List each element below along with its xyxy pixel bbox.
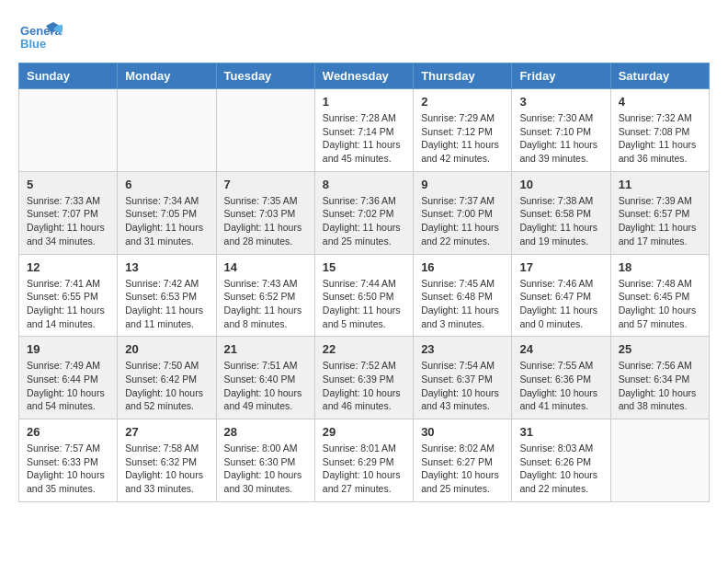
- calendar-cell: 22Sunrise: 7:52 AM Sunset: 6:39 PM Dayli…: [314, 337, 413, 419]
- day-info: Sunrise: 7:50 AM Sunset: 6:42 PM Dayligh…: [125, 359, 208, 413]
- calendar-cell: 12Sunrise: 7:41 AM Sunset: 6:55 PM Dayli…: [19, 254, 118, 337]
- calendar-cell: 14Sunrise: 7:43 AM Sunset: 6:52 PM Dayli…: [216, 254, 314, 337]
- day-info: Sunrise: 7:29 AM Sunset: 7:12 PM Dayligh…: [421, 111, 504, 166]
- col-header-thursday: Thursday: [414, 63, 512, 89]
- day-info: Sunrise: 7:49 AM Sunset: 6:44 PM Dayligh…: [27, 359, 109, 413]
- col-header-sunday: Sunday: [19, 63, 118, 89]
- day-number: 24: [519, 342, 602, 356]
- day-number: 11: [619, 178, 701, 191]
- day-number: 2: [421, 95, 504, 109]
- calendar-cell: 19Sunrise: 7:49 AM Sunset: 6:44 PM Dayli…: [19, 337, 118, 419]
- day-info: Sunrise: 7:35 AM Sunset: 7:03 PM Dayligh…: [224, 194, 307, 248]
- day-info: Sunrise: 7:34 AM Sunset: 7:05 PM Dayligh…: [125, 194, 208, 248]
- day-number: 28: [224, 425, 307, 439]
- calendar-cell: 16Sunrise: 7:45 AM Sunset: 6:48 PM Dayli…: [414, 254, 512, 337]
- calendar-cell: [610, 419, 709, 502]
- day-info: Sunrise: 7:33 AM Sunset: 7:07 PM Dayligh…: [27, 194, 109, 248]
- day-number: 13: [125, 260, 208, 274]
- day-info: Sunrise: 7:57 AM Sunset: 6:33 PM Dayligh…: [27, 442, 109, 496]
- calendar-cell: 8Sunrise: 7:36 AM Sunset: 7:02 PM Daylig…: [314, 171, 413, 254]
- day-info: Sunrise: 7:54 AM Sunset: 6:37 PM Dayligh…: [421, 359, 504, 413]
- day-number: 26: [27, 425, 109, 439]
- col-header-tuesday: Tuesday: [216, 63, 314, 89]
- calendar-cell: 18Sunrise: 7:48 AM Sunset: 6:45 PM Dayli…: [610, 254, 709, 337]
- calendar-cell: 1Sunrise: 7:28 AM Sunset: 7:14 PM Daylig…: [314, 89, 413, 172]
- day-info: Sunrise: 7:52 AM Sunset: 6:39 PM Dayligh…: [323, 359, 405, 413]
- day-number: 3: [519, 95, 602, 109]
- day-info: Sunrise: 7:45 AM Sunset: 6:48 PM Dayligh…: [421, 277, 504, 331]
- day-number: 30: [421, 425, 504, 439]
- day-info: Sunrise: 7:30 AM Sunset: 7:10 PM Dayligh…: [519, 111, 602, 166]
- calendar-cell: 31Sunrise: 8:03 AM Sunset: 6:26 PM Dayli…: [512, 419, 610, 502]
- col-header-friday: Friday: [512, 63, 610, 89]
- day-number: 4: [619, 95, 701, 109]
- calendar-week-row: 19Sunrise: 7:49 AM Sunset: 6:44 PM Dayli…: [19, 337, 710, 419]
- day-number: 31: [519, 425, 602, 439]
- day-number: 29: [323, 425, 405, 439]
- calendar-week-row: 5Sunrise: 7:33 AM Sunset: 7:07 PM Daylig…: [19, 171, 710, 254]
- calendar-cell: 29Sunrise: 8:01 AM Sunset: 6:29 PM Dayli…: [314, 419, 413, 502]
- day-number: 21: [224, 342, 307, 356]
- logo: General Blue: [18, 18, 63, 53]
- calendar-cell: 30Sunrise: 8:02 AM Sunset: 6:27 PM Dayli…: [414, 419, 512, 502]
- calendar-cell: 4Sunrise: 7:32 AM Sunset: 7:08 PM Daylig…: [610, 89, 709, 172]
- day-info: Sunrise: 7:43 AM Sunset: 6:52 PM Dayligh…: [224, 277, 307, 331]
- calendar-header-row: SundayMondayTuesdayWednesdayThursdayFrid…: [19, 63, 710, 89]
- logo-icon: General Blue: [18, 18, 63, 53]
- day-number: 17: [519, 260, 602, 274]
- page-header: General Blue: [18, 18, 710, 53]
- calendar-cell: 2Sunrise: 7:29 AM Sunset: 7:12 PM Daylig…: [414, 89, 512, 172]
- day-info: Sunrise: 8:01 AM Sunset: 6:29 PM Dayligh…: [323, 442, 405, 496]
- calendar-cell: 11Sunrise: 7:39 AM Sunset: 6:57 PM Dayli…: [610, 171, 709, 254]
- calendar-cell: 13Sunrise: 7:42 AM Sunset: 6:53 PM Dayli…: [118, 254, 216, 337]
- calendar-cell: 21Sunrise: 7:51 AM Sunset: 6:40 PM Dayli…: [216, 337, 314, 419]
- day-info: Sunrise: 7:48 AM Sunset: 6:45 PM Dayligh…: [619, 277, 701, 331]
- day-info: Sunrise: 7:41 AM Sunset: 6:55 PM Dayligh…: [27, 277, 109, 331]
- svg-text:Blue: Blue: [20, 37, 46, 51]
- calendar-cell: 15Sunrise: 7:44 AM Sunset: 6:50 PM Dayli…: [314, 254, 413, 337]
- day-info: Sunrise: 7:58 AM Sunset: 6:32 PM Dayligh…: [125, 442, 208, 496]
- day-number: 22: [323, 342, 405, 356]
- calendar-week-row: 1Sunrise: 7:28 AM Sunset: 7:14 PM Daylig…: [19, 89, 710, 172]
- calendar-cell: 7Sunrise: 7:35 AM Sunset: 7:03 PM Daylig…: [216, 171, 314, 254]
- calendar-cell: 5Sunrise: 7:33 AM Sunset: 7:07 PM Daylig…: [19, 171, 118, 254]
- day-number: 1: [323, 95, 405, 109]
- col-header-monday: Monday: [118, 63, 216, 89]
- day-info: Sunrise: 7:44 AM Sunset: 6:50 PM Dayligh…: [323, 277, 405, 331]
- day-number: 27: [125, 425, 208, 439]
- calendar-week-row: 26Sunrise: 7:57 AM Sunset: 6:33 PM Dayli…: [19, 419, 710, 502]
- day-info: Sunrise: 7:46 AM Sunset: 6:47 PM Dayligh…: [519, 277, 602, 331]
- day-number: 9: [421, 178, 504, 191]
- calendar-table: SundayMondayTuesdayWednesdayThursdayFrid…: [18, 63, 710, 502]
- day-info: Sunrise: 7:37 AM Sunset: 7:00 PM Dayligh…: [421, 194, 504, 248]
- calendar-cell: 10Sunrise: 7:38 AM Sunset: 6:58 PM Dayli…: [512, 171, 610, 254]
- day-info: Sunrise: 7:38 AM Sunset: 6:58 PM Dayligh…: [519, 194, 602, 248]
- col-header-wednesday: Wednesday: [314, 63, 413, 89]
- day-number: 25: [619, 342, 701, 356]
- day-number: 20: [125, 342, 208, 356]
- calendar-cell: 25Sunrise: 7:56 AM Sunset: 6:34 PM Dayli…: [610, 337, 709, 419]
- day-number: 8: [323, 178, 405, 191]
- calendar-week-row: 12Sunrise: 7:41 AM Sunset: 6:55 PM Dayli…: [19, 254, 710, 337]
- day-number: 14: [224, 260, 307, 274]
- calendar-cell: 27Sunrise: 7:58 AM Sunset: 6:32 PM Dayli…: [118, 419, 216, 502]
- day-info: Sunrise: 7:32 AM Sunset: 7:08 PM Dayligh…: [619, 111, 701, 166]
- day-number: 12: [27, 260, 109, 274]
- day-number: 16: [421, 260, 504, 274]
- day-number: 6: [125, 178, 208, 191]
- calendar-cell: [19, 89, 118, 172]
- day-info: Sunrise: 7:39 AM Sunset: 6:57 PM Dayligh…: [619, 194, 701, 248]
- day-number: 23: [421, 342, 504, 356]
- calendar-cell: 9Sunrise: 7:37 AM Sunset: 7:00 PM Daylig…: [414, 171, 512, 254]
- calendar-cell: 28Sunrise: 8:00 AM Sunset: 6:30 PM Dayli…: [216, 419, 314, 502]
- calendar-cell: [216, 89, 314, 172]
- day-info: Sunrise: 7:51 AM Sunset: 6:40 PM Dayligh…: [224, 359, 307, 413]
- day-info: Sunrise: 8:00 AM Sunset: 6:30 PM Dayligh…: [224, 442, 307, 496]
- day-info: Sunrise: 7:56 AM Sunset: 6:34 PM Dayligh…: [619, 359, 701, 413]
- day-info: Sunrise: 7:42 AM Sunset: 6:53 PM Dayligh…: [125, 277, 208, 331]
- day-info: Sunrise: 8:03 AM Sunset: 6:26 PM Dayligh…: [519, 442, 602, 496]
- calendar-cell: 3Sunrise: 7:30 AM Sunset: 7:10 PM Daylig…: [512, 89, 610, 172]
- calendar-cell: 26Sunrise: 7:57 AM Sunset: 6:33 PM Dayli…: [19, 419, 118, 502]
- day-number: 18: [619, 260, 701, 274]
- day-number: 10: [519, 178, 602, 191]
